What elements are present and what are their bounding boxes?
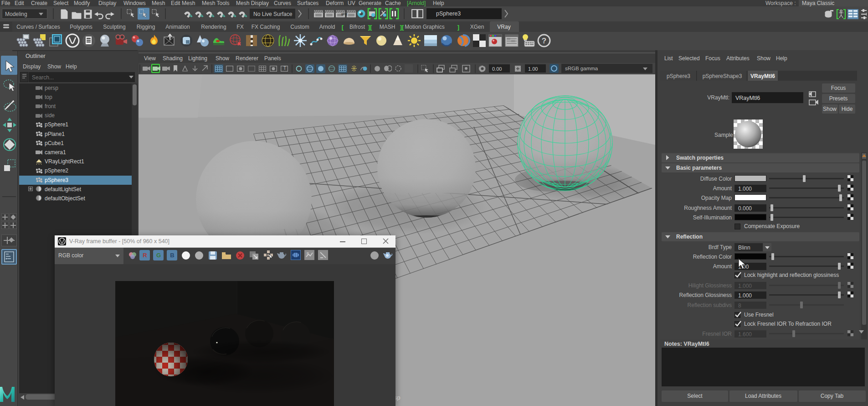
svg-text:P: P xyxy=(307,252,309,255)
svg-text:?: ? xyxy=(542,36,546,45)
